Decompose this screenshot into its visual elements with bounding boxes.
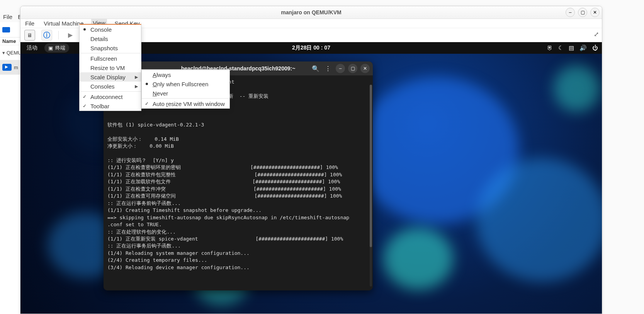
- vm-title: manjaro on QEMU/KVM: [281, 9, 341, 15]
- check-icon: ✓: [83, 103, 87, 109]
- night-light-icon: ☾: [558, 44, 563, 51]
- terminal-search-button[interactable]: 🔍: [311, 64, 320, 73]
- fullscreen-icon: ⤢: [594, 31, 599, 38]
- run-button[interactable]: ▶: [65, 30, 76, 41]
- view-item-details[interactable]: Details: [80, 34, 141, 43]
- play-icon: ▶: [68, 31, 73, 39]
- network-icon: ▤: [569, 44, 574, 51]
- terminal-minimize-button[interactable]: –: [336, 64, 345, 73]
- terminal-maximize-button[interactable]: ▢: [348, 64, 357, 73]
- clock[interactable]: 2月28日 00 : 07: [292, 44, 330, 51]
- radio-selected-icon: [146, 83, 148, 85]
- kebab-icon: ⋮: [325, 65, 331, 72]
- check-icon: ✓: [145, 101, 149, 106]
- view-dropdown: Console Details Snapshots Fullscreen Res…: [79, 24, 141, 111]
- details-view-button[interactable]: ⓘ: [41, 30, 52, 41]
- host-virt-manager-window: File E Name ▾ QEMU/ m: [0, 12, 21, 314]
- terminal-icon: ▣: [48, 45, 53, 51]
- host-toolbar: [0, 22, 21, 38]
- activities-button[interactable]: 活动: [24, 43, 40, 53]
- view-item-consoles[interactable]: Consoles ▶: [80, 82, 141, 91]
- host-column-header-name[interactable]: Name: [0, 38, 21, 45]
- scale-auto-resize-label: Auto resize VM with window: [153, 101, 225, 107]
- volume-icon: 🔊: [579, 44, 587, 51]
- scale-item-auto-resize[interactable]: ✓ Auto resize VM with window: [142, 99, 229, 108]
- close-button[interactable]: ✕: [590, 8, 600, 17]
- host-menubar: File E: [0, 12, 21, 22]
- running-vm-icon: [2, 64, 12, 71]
- host-vm-item[interactable]: m: [0, 60, 21, 75]
- terminal-close-button[interactable]: ✕: [360, 64, 370, 73]
- view-item-fullscreen[interactable]: Fullscreen: [80, 54, 141, 63]
- view-item-toolbar[interactable]: ✓ Toolbar: [80, 101, 141, 111]
- view-item-scale-display[interactable]: Scale Display ▶: [80, 72, 141, 82]
- terminal-scrollbar-thumb[interactable]: [370, 85, 372, 247]
- menu-file[interactable]: File: [24, 19, 36, 28]
- scale-only-fullscreen-label: Only when Fullscreen: [153, 81, 208, 87]
- terminal-menu-button[interactable]: ⋮: [323, 64, 333, 73]
- monitor-icon: 🖥: [27, 32, 32, 38]
- console-view-button[interactable]: 🖥: [24, 30, 35, 41]
- scale-item-always[interactable]: Always: [142, 70, 229, 79]
- menu-virtual-machine[interactable]: Virtual Machine: [42, 19, 85, 28]
- view-item-console[interactable]: Console: [80, 25, 141, 34]
- fullscreen-button[interactable]: ⤢: [594, 31, 599, 38]
- new-vm-icon[interactable]: [2, 27, 10, 32]
- search-icon: 🔍: [312, 65, 319, 72]
- scale-display-submenu: Always Only when Fullscreen Never ✓ Auto…: [141, 69, 230, 109]
- app-menu-terminal[interactable]: ▣ 终端: [44, 43, 69, 53]
- shield-icon: ⛨: [547, 44, 553, 51]
- scale-item-never[interactable]: Never: [142, 89, 229, 98]
- power-icon: ⏻: [592, 44, 598, 51]
- scale-item-only-fullscreen[interactable]: Only when Fullscreen: [142, 79, 229, 89]
- host-menu-file[interactable]: File: [3, 14, 12, 20]
- scale-never-label: Never: [153, 90, 168, 97]
- view-item-autoconnect[interactable]: ✓ Autoconnect: [80, 92, 141, 101]
- check-icon: ✓: [83, 94, 87, 99]
- minimize-button[interactable]: –: [566, 8, 575, 17]
- chevron-right-icon: ▶: [135, 75, 138, 80]
- status-area[interactable]: ⛨ ☾ ▤ 🔊 ⏻: [547, 44, 598, 51]
- vm-titlebar[interactable]: manjaro on QEMU/KVM – ▢ ✕: [20, 6, 602, 19]
- scale-always-label: Always: [153, 72, 171, 78]
- view-item-snapshots[interactable]: Snapshots: [80, 43, 141, 53]
- maximize-button[interactable]: ▢: [578, 8, 587, 17]
- info-icon: ⓘ: [43, 31, 50, 40]
- chevron-right-icon: ▶: [135, 84, 138, 89]
- view-item-resize-to-vm[interactable]: Resize to VM: [80, 63, 141, 72]
- host-connection-item[interactable]: ▾ QEMU/: [0, 45, 21, 60]
- radio-selected-icon: [83, 28, 86, 31]
- terminal-scrollbar[interactable]: [370, 85, 372, 287]
